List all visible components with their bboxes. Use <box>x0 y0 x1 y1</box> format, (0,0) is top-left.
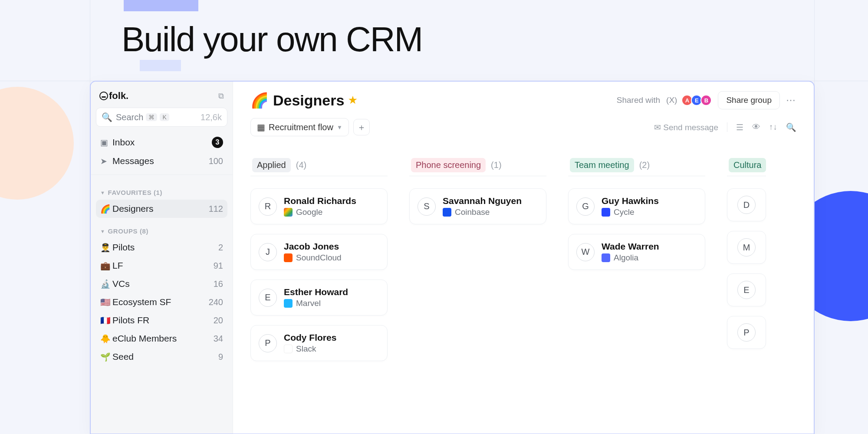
sidebar-item-count: 34 <box>214 334 223 344</box>
favourites-heading[interactable]: ▼ FAVOURITES (1) <box>96 179 227 200</box>
group-icon: 🌱 <box>100 352 112 362</box>
person-card[interactable]: W Wade Warren Algolia <box>568 234 705 270</box>
more-menu-icon[interactable]: ⋯ <box>786 95 796 106</box>
sidebar-item-eclub-members[interactable]: 🐥 eClub Members 34 <box>96 329 227 348</box>
person-company: Google <box>284 207 356 217</box>
view-toolbar: ▦ Recruitment flow ▼ ＋ ✉ Send message ☰ … <box>250 118 814 136</box>
sidebar-item-pilots-fr[interactable]: 🇫🇷 Pilots FR 20 <box>96 311 227 329</box>
decorative-blob-left <box>0 87 74 200</box>
column-tag[interactable]: Phone screening <box>411 158 486 172</box>
separator <box>727 122 727 132</box>
sidebar-item-count: 112 <box>209 204 223 214</box>
divider <box>91 174 233 175</box>
filter-icon[interactable]: ☰ <box>736 122 743 132</box>
person-avatar: J <box>259 243 277 261</box>
search-count: 12,6k <box>201 112 222 122</box>
search-icon: 🔍 <box>102 112 112 122</box>
board-column-phone: Phone screening (1)S Savannah Nguyen Coi… <box>409 158 546 371</box>
sidebar-item-count: 2 <box>218 243 223 253</box>
view-selector[interactable]: ▦ Recruitment flow ▼ <box>250 118 349 136</box>
view-label: Recruitment flow <box>269 122 333 132</box>
avatar: B <box>700 95 712 106</box>
company-icon <box>284 253 293 262</box>
nav-messages[interactable]: ➤ Messages 100 <box>96 152 227 170</box>
inbox-badge: 3 <box>212 137 223 148</box>
sidebar-item-designers[interactable]: 🌈 Designers 112 <box>96 200 227 218</box>
person-company: SoundCloud <box>284 253 342 263</box>
search-input[interactable]: 🔍 Search ⌘ K 12,6k <box>96 108 227 127</box>
nav-label: Messages <box>112 156 154 166</box>
groups-heading[interactable]: ▼ GROUPS (8) <box>96 218 227 238</box>
person-card[interactable]: D <box>727 188 766 221</box>
nav-inbox[interactable]: ▣ Inbox 3 <box>96 133 227 152</box>
shared-avatars[interactable]: A E B <box>683 95 712 106</box>
person-card[interactable]: M <box>727 231 766 264</box>
person-avatar: S <box>418 197 436 216</box>
person-card[interactable]: S Savannah Nguyen Coinbase <box>409 188 546 224</box>
person-card[interactable]: J Jacob Jones SoundCloud <box>250 234 388 270</box>
group-icon: 👨‍✈️ <box>100 243 112 253</box>
sidebar-item-count: 9 <box>218 352 223 362</box>
page-title-text: Designers <box>273 92 344 109</box>
send-message-button[interactable]: ✉ Send message <box>654 122 718 132</box>
sidebar-item-count: 20 <box>214 316 223 326</box>
person-avatar: D <box>737 196 756 214</box>
person-name: Ronald Richards <box>284 196 356 206</box>
person-card[interactable]: E Esther Howard Marvel <box>250 279 388 316</box>
group-icon: 🐥 <box>100 334 112 344</box>
sidebar-item-count: 16 <box>214 279 223 289</box>
sidebar-item-label: Pilots <box>112 242 135 253</box>
visibility-icon[interactable]: 👁 <box>752 122 760 132</box>
person-company: Marvel <box>284 299 348 308</box>
person-name: Esther Howard <box>284 287 348 297</box>
sidebar-item-count: 240 <box>209 297 223 307</box>
board-column-team: Team meeting (2)G Guy Hawkins Cycle W Wa… <box>568 158 705 371</box>
board-icon: ▦ <box>257 122 265 132</box>
page-header: 🌈 Designers ★ Shared with (X) A E B Shar… <box>250 91 814 109</box>
add-view-button[interactable]: ＋ <box>353 119 370 135</box>
sidebar-item-lf[interactable]: 💼 LF 91 <box>96 256 227 275</box>
sidebar-item-label: eClub Members <box>112 333 177 344</box>
sort-icon[interactable]: ↑↓ <box>769 122 777 132</box>
person-card[interactable]: G Guy Hawkins Cycle <box>568 188 705 224</box>
share-group-button[interactable]: Share group <box>718 91 780 109</box>
column-count: (4) <box>296 160 306 170</box>
chevron-down-icon: ▼ <box>100 229 105 234</box>
send-icon: ➤ <box>100 156 112 166</box>
company-icon <box>284 208 293 217</box>
person-card[interactable]: R Ronald Richards Google <box>250 188 388 224</box>
person-avatar: P <box>259 334 277 352</box>
sidebar-item-count: 91 <box>214 261 223 271</box>
brand-logo[interactable]: folk. <box>99 90 128 102</box>
person-card[interactable]: E <box>727 273 766 306</box>
person-name: Cody Flores <box>284 332 336 343</box>
collapse-sidebar-icon[interactable]: ⧉ <box>218 92 224 101</box>
column-tag[interactable]: Team meeting <box>570 158 634 172</box>
shortcut-key: ⌘ <box>146 113 157 121</box>
sidebar: folk. ⧉ 🔍 Search ⌘ K 12,6k ▣ Inbox 3 ➤ M… <box>91 82 233 434</box>
column-count: (2) <box>639 160 650 170</box>
person-name: Wade Warren <box>602 241 659 252</box>
page-title: 🌈 Designers ★ <box>250 92 357 109</box>
person-card[interactable]: P Cody Flores Slack <box>250 325 388 361</box>
sidebar-item-seed[interactable]: 🌱 Seed 9 <box>96 348 227 366</box>
logo-mark-icon <box>99 92 108 100</box>
column-header: Phone screening (1) <box>409 158 546 176</box>
favourite-star-icon[interactable]: ★ <box>349 95 357 106</box>
search-icon[interactable]: 🔍 <box>786 122 796 132</box>
group-icon: 🔬 <box>100 279 112 289</box>
person-card[interactable]: P <box>727 316 766 349</box>
column-tag[interactable]: Cultura <box>729 158 766 172</box>
person-avatar: M <box>737 238 756 256</box>
column-tag[interactable]: Applied <box>252 158 291 172</box>
person-avatar: E <box>259 289 277 307</box>
shared-with-x: (X) <box>666 95 677 105</box>
sidebar-item-label: Designers <box>112 204 154 214</box>
chevron-down-icon: ▼ <box>100 190 105 195</box>
kanban-board: Applied (4)R Ronald Richards Google J Ja… <box>250 158 814 388</box>
shared-with-label: Shared with <box>617 95 660 105</box>
sidebar-item-vcs[interactable]: 🔬 VCs 16 <box>96 275 227 293</box>
app-window: folk. ⧉ 🔍 Search ⌘ K 12,6k ▣ Inbox 3 ➤ M… <box>90 81 815 434</box>
sidebar-item-pilots[interactable]: 👨‍✈️ Pilots 2 <box>96 238 227 256</box>
sidebar-item-ecosystem-sf[interactable]: 🇺🇸 Ecosystem SF 240 <box>96 293 227 311</box>
